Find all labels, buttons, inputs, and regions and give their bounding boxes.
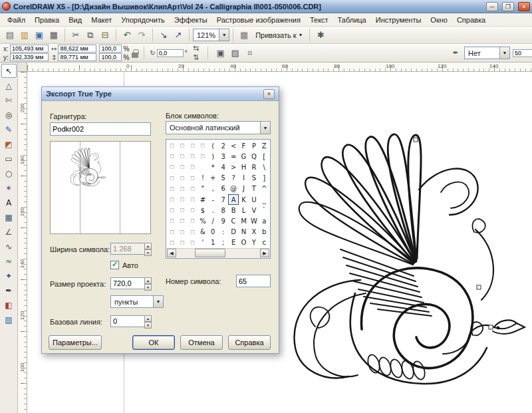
auto-checkbox[interactable] — [110, 261, 119, 269]
vertical-ruler[interactable]: 200180160140120100 — [18, 72, 27, 413]
scale-y-field[interactable] — [99, 53, 122, 61]
char-cell[interactable]: = — [228, 151, 238, 162]
char-cell[interactable]: □ — [188, 227, 198, 237]
char-cell[interactable]: ` — [259, 205, 269, 215]
char-cell[interactable]: 9 — [218, 215, 228, 226]
char-cell[interactable]: M — [239, 215, 249, 226]
char-cell[interactable]: □ — [177, 237, 187, 248]
application-launcher-icon[interactable]: ▦ — [237, 28, 251, 43]
undo-icon[interactable]: ↶ — [120, 28, 134, 43]
spin-down-icon[interactable]: ▼ — [144, 322, 152, 329]
new-document-icon[interactable]: ▤ — [3, 28, 17, 43]
char-cell[interactable]: L — [239, 205, 249, 215]
char-cell[interactable]: □ — [177, 162, 187, 172]
char-cell[interactable]: [ — [259, 151, 269, 162]
char-cell[interactable]: □ — [167, 162, 177, 172]
char-cell[interactable]: B — [228, 205, 238, 215]
smart-fill-tool[interactable]: ◩ — [1, 137, 17, 151]
char-cell[interactable]: O — [239, 237, 249, 248]
blend-tool[interactable]: ≈ — [1, 254, 17, 268]
char-cell[interactable]: X — [249, 227, 259, 237]
char-cell[interactable]: Y — [249, 237, 259, 248]
char-cell[interactable]: $ — [198, 205, 207, 215]
ellipse-tool[interactable]: ○ — [1, 166, 17, 180]
spin-up-icon[interactable]: ▲ — [144, 277, 152, 284]
mirror-vertical-button[interactable]: ⇅ — [190, 53, 202, 62]
char-cell[interactable]: c — [259, 237, 269, 248]
char-cell[interactable]: < — [228, 140, 238, 151]
chevron-down-icon[interactable]: ▼ — [499, 47, 509, 59]
save-icon[interactable]: ▣ — [32, 28, 47, 43]
char-cell[interactable]: □ — [167, 237, 177, 248]
horizontal-ruler[interactable]: 020406080100120140 — [27, 63, 532, 72]
char-cell[interactable]: " — [198, 184, 207, 194]
rectangle-tool[interactable]: ▭ — [1, 152, 17, 166]
cancel-button[interactable]: Отмена — [180, 335, 223, 350]
scroll-right-icon[interactable]: ▶ — [260, 249, 269, 257]
redo-icon[interactable]: ↷ — [134, 28, 149, 43]
symbol-block-combo[interactable]: Основной латинский ▼ — [166, 121, 271, 134]
char-cell[interactable]: □ — [188, 194, 198, 205]
menu-item-9[interactable]: Инструменты — [371, 15, 426, 25]
drawing-canvas[interactable]: Экспорт True Type × Гарнитура: Ширина си… — [27, 72, 532, 413]
pick-tool[interactable]: ↖ — [1, 64, 17, 78]
char-cell[interactable]: 8 — [218, 205, 228, 215]
char-cell[interactable]: □ — [177, 227, 187, 237]
object-width-field[interactable] — [58, 45, 96, 53]
char-cell[interactable]: E — [228, 237, 238, 248]
char-cell[interactable]: H — [239, 162, 249, 172]
char-cell[interactable]: / — [208, 215, 218, 226]
char-cell[interactable]: a — [259, 215, 269, 226]
print-icon[interactable]: ▦ — [47, 28, 61, 43]
char-cell[interactable]: ] — [259, 173, 269, 184]
char-cell[interactable]: □ — [167, 205, 177, 215]
char-cell[interactable]: K — [239, 194, 249, 205]
menu-item-11[interactable]: Справка — [452, 15, 490, 25]
char-cell[interactable]: Q — [249, 151, 259, 162]
char-cell[interactable]: □ — [177, 140, 187, 151]
char-cell[interactable]: V — [249, 205, 259, 215]
grid-horizontal-scrollbar[interactable]: ◀ ▶ — [167, 248, 269, 257]
y-position-field[interactable] — [10, 53, 49, 61]
char-cell[interactable]: □ — [188, 215, 198, 226]
char-cell[interactable]: N — [239, 227, 249, 237]
char-cell[interactable]: ; — [218, 237, 228, 248]
table-tool[interactable]: ▦ — [1, 210, 17, 224]
char-cell[interactable]: □ — [188, 184, 198, 194]
connector-tool[interactable]: ∿ — [1, 239, 17, 253]
menu-item-2[interactable]: Вид — [64, 15, 86, 25]
char-cell[interactable]: F — [239, 140, 249, 151]
char-cell[interactable]: 1 — [208, 237, 218, 248]
char-cell[interactable]: □ — [188, 162, 198, 172]
char-cell[interactable]: C — [228, 215, 238, 226]
chevron-down-icon[interactable]: ▼ — [260, 122, 270, 134]
units-combo[interactable]: пункты ▼ — [110, 295, 164, 308]
char-cell-selected[interactable]: A — [228, 194, 238, 205]
char-cell[interactable]: ^ — [259, 184, 269, 194]
rotation-angle-field[interactable] — [157, 49, 184, 57]
char-cell[interactable]: , — [208, 184, 218, 194]
chevron-down-icon[interactable]: ▼ — [219, 29, 229, 41]
char-cell[interactable]: ) — [208, 151, 218, 162]
polygon-tool[interactable]: ✶ — [1, 181, 17, 195]
clipped-right-field[interactable] — [513, 49, 532, 57]
outline-width-combo[interactable]: Нет ▼ — [464, 47, 510, 59]
char-cell[interactable]: W — [249, 215, 259, 226]
outline-pen-tool[interactable]: ✒ — [1, 283, 17, 297]
char-cell[interactable]: # — [198, 194, 207, 205]
char-cell[interactable]: ' — [198, 237, 207, 248]
char-cell[interactable]: □ — [188, 140, 198, 151]
eyedropper-tool[interactable]: ✦ — [1, 269, 17, 283]
object-height-field[interactable] — [58, 53, 96, 61]
spin-up-icon[interactable]: ▲ — [144, 315, 152, 322]
char-cell[interactable]: . — [208, 205, 218, 215]
spin-down-icon[interactable]: ▼ — [144, 284, 152, 291]
menu-item-0[interactable]: Файл — [3, 15, 30, 25]
char-cell[interactable]: □ — [188, 205, 198, 215]
char-cell[interactable]: R — [249, 162, 259, 172]
char-cell[interactable]: @ — [228, 184, 238, 194]
char-cell[interactable]: J — [239, 184, 249, 194]
char-cell[interactable]: T — [249, 184, 259, 194]
behind-text-icon[interactable]: ▨ — [228, 45, 243, 60]
menu-item-4[interactable]: Упорядочить — [116, 15, 169, 25]
